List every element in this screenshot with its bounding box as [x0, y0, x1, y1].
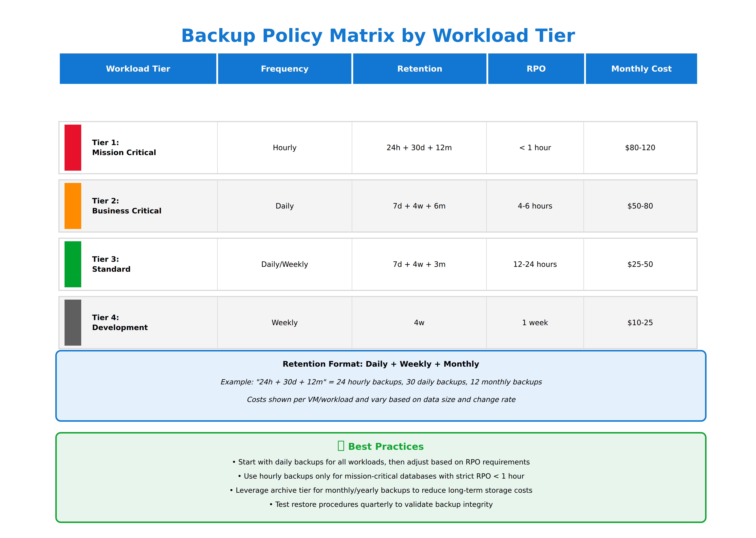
best-practice-item: • Leverage archive tier for monthly/year… — [57, 486, 705, 494]
tier-number: Tier 1: — [92, 138, 156, 148]
retention-cell: 7d + 4w + 3m — [352, 239, 486, 290]
rpo-cell: < 1 hour — [486, 122, 583, 173]
table-header-row: Workload Tier Frequency Retention RPO Mo… — [60, 53, 697, 84]
tier-label: Tier 2: Business Critical — [92, 196, 161, 216]
best-practice-item: • Use hourly backups only for mission-cr… — [57, 472, 705, 480]
rpo-cell: 1 week — [486, 297, 583, 348]
missing-glyph-icon — [338, 441, 344, 451]
tier-number: Tier 3: — [92, 254, 131, 264]
table-row-tier3: Tier 3: Standard Daily/Weekly 7d + 4w + … — [58, 238, 698, 291]
monthly-cost-cell: $10-25 — [583, 297, 697, 348]
tier-number: Tier 2: — [92, 196, 161, 206]
tier-label: Tier 1: Mission Critical — [92, 138, 156, 158]
rpo-cell: 12-24 hours — [486, 239, 583, 290]
workload-tier-cell: Tier 1: Mission Critical — [59, 122, 217, 173]
header-retention: Retention — [353, 53, 486, 84]
rpo-cell: 4-6 hours — [486, 181, 583, 232]
retention-format-example: Example: "24h + 30d + 12m" = 24 hourly b… — [57, 378, 705, 386]
monthly-cost-cell: $80-120 — [583, 122, 697, 173]
workload-tier-cell: Tier 3: Standard — [59, 239, 217, 290]
best-practices-box: Best Practices • Start with daily backup… — [55, 432, 707, 523]
best-practice-item: • Test restore procedures quarterly to v… — [57, 500, 705, 509]
table-row-tier4: Tier 4: Development Weekly 4w 1 week $10… — [58, 296, 698, 349]
tier-label: Tier 3: Standard — [92, 254, 131, 274]
tier2-accent-bar — [65, 183, 81, 229]
tier-name: Business Critical — [92, 206, 161, 216]
page-title: Backup Policy Matrix by Workload Tier — [0, 25, 756, 46]
workload-tier-cell: Tier 4: Development — [59, 297, 217, 348]
header-workload-tier: Workload Tier — [60, 53, 216, 84]
frequency-cell: Daily — [217, 181, 352, 232]
retention-format-note-box: Retention Format: Daily + Weekly + Month… — [55, 350, 707, 422]
tier-number: Tier 4: — [92, 313, 148, 323]
retention-cell: 24h + 30d + 12m — [352, 122, 486, 173]
header-frequency: Frequency — [218, 53, 351, 84]
table-row-tier1: Tier 1: Mission Critical Hourly 24h + 30… — [58, 121, 698, 174]
header-monthly-cost: Monthly Cost — [586, 53, 697, 84]
best-practices-title: Best Practices — [57, 441, 705, 452]
frequency-cell: Daily/Weekly — [217, 239, 352, 290]
tier4-accent-bar — [65, 299, 81, 346]
tier-name: Standard — [92, 264, 131, 274]
tier-name: Mission Critical — [92, 148, 156, 158]
frequency-cell: Hourly — [217, 122, 352, 173]
monthly-cost-cell: $25-50 — [583, 239, 697, 290]
header-rpo: RPO — [488, 53, 584, 84]
retention-format-heading: Retention Format: Daily + Weekly + Month… — [57, 359, 705, 368]
tier-name: Development — [92, 323, 148, 333]
frequency-cell: Weekly — [217, 297, 352, 348]
retention-cell: 4w — [352, 297, 486, 348]
retention-cell: 7d + 4w + 6m — [352, 181, 486, 232]
retention-format-costs: Costs shown per VM/workload and vary bas… — [57, 396, 705, 404]
table-row-tier2: Tier 2: Business Critical Daily 7d + 4w … — [58, 179, 698, 233]
monthly-cost-cell: $50-80 — [583, 181, 697, 232]
tier1-accent-bar — [65, 125, 81, 171]
workload-tier-cell: Tier 2: Business Critical — [59, 181, 217, 232]
tier-label: Tier 4: Development — [92, 313, 148, 333]
best-practice-item: • Start with daily backups for all workl… — [57, 458, 705, 466]
tier3-accent-bar — [65, 241, 81, 287]
best-practices-title-text: Best Practices — [348, 441, 424, 452]
